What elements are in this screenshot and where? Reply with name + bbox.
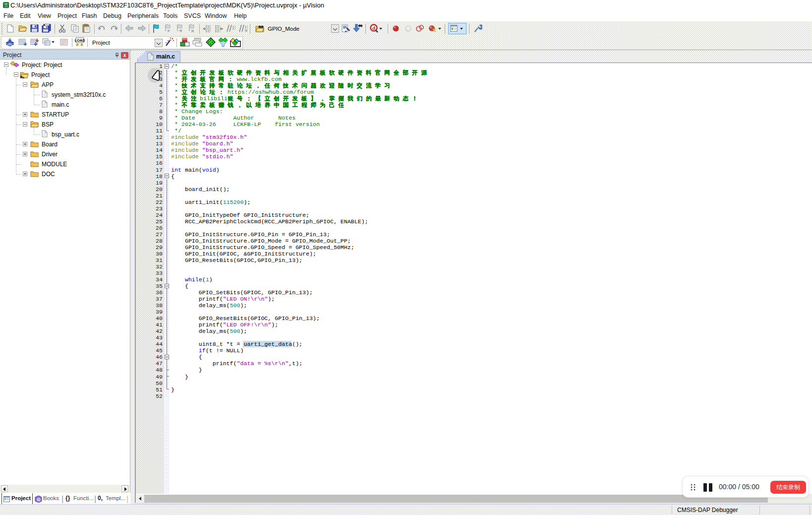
svg-text:d: d bbox=[372, 25, 375, 31]
svg-text:?: ? bbox=[38, 498, 40, 502]
svg-text:LOAD: LOAD bbox=[75, 38, 85, 43]
